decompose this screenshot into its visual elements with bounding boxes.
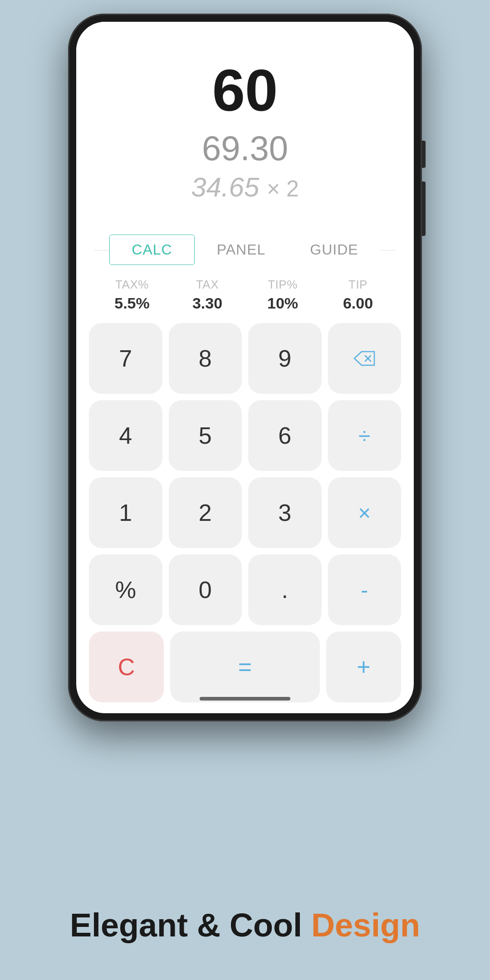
key-9[interactable]: 9 <box>248 323 322 394</box>
tagline: Elegant & Cool Design <box>70 906 420 944</box>
tip-label: TIP <box>348 278 368 292</box>
tax-value: 3.30 <box>192 294 222 312</box>
key-row-5: C = + <box>89 632 401 702</box>
tax-percent-item: TAX% 5.5% <box>98 278 166 312</box>
key-plus[interactable]: + <box>326 632 401 702</box>
key-row-2: 4 5 6 ÷ <box>89 400 401 471</box>
power-button <box>422 181 426 236</box>
tab-guide[interactable]: GUIDE <box>288 235 380 265</box>
key-0[interactable]: 0 <box>169 554 242 625</box>
key-row-1: 7 8 9 <box>89 323 401 394</box>
key-backspace[interactable] <box>328 323 402 394</box>
home-indicator <box>200 697 290 701</box>
key-3[interactable]: 3 <box>248 477 322 548</box>
phone-wrapper: 60 69.30 34.65 × 2 CALC PANEL GUIDE TAX%… <box>68 14 422 721</box>
key-2[interactable]: 2 <box>169 477 242 548</box>
volume-up-button <box>422 141 426 168</box>
tip-value: 6.00 <box>343 294 373 312</box>
key-6[interactable]: 6 <box>248 400 322 471</box>
key-multiply[interactable]: × <box>328 477 402 548</box>
split-value: 34.65 × 2 <box>191 172 299 203</box>
tax-label: TAX <box>196 278 219 292</box>
display-area: 60 69.30 34.65 × 2 <box>76 22 414 221</box>
tab-panel[interactable]: PANEL <box>195 235 288 265</box>
key-row-4: % 0 . - <box>89 554 401 625</box>
main-value: 60 <box>212 58 278 123</box>
tip-percent-value: 10% <box>267 294 298 312</box>
secondary-value: 69.30 <box>202 128 288 168</box>
key-equals[interactable]: = <box>170 632 320 702</box>
backspace-icon <box>353 350 376 367</box>
tagline-highlight: Design <box>311 907 420 943</box>
key-dot[interactable]: . <box>248 554 322 625</box>
tax-item: TAX 3.30 <box>173 278 241 312</box>
keypad: 7 8 9 4 5 6 ÷ <box>76 316 414 713</box>
tip-percent-label: TIP% <box>268 278 298 292</box>
key-divide[interactable]: ÷ <box>328 400 402 471</box>
tip-percent-item: TIP% 10% <box>249 278 317 312</box>
tip-item: TIP 6.00 <box>324 278 392 312</box>
split-multiply: × 2 <box>267 176 299 201</box>
bottom-section: Elegant & Cool Design <box>70 721 420 980</box>
info-row: TAX% 5.5% TAX 3.30 TIP% 10% TIP 6.00 <box>76 265 414 316</box>
tab-bar: CALC PANEL GUIDE <box>94 235 396 265</box>
key-8[interactable]: 8 <box>169 323 242 394</box>
tax-percent-value: 5.5% <box>114 294 150 312</box>
key-7[interactable]: 7 <box>89 323 162 394</box>
split-base: 34.65 <box>191 172 259 202</box>
key-4[interactable]: 4 <box>89 400 162 471</box>
key-percent[interactable]: % <box>89 554 162 625</box>
phone-screen: 60 69.30 34.65 × 2 CALC PANEL GUIDE TAX%… <box>76 22 414 713</box>
key-clear[interactable]: C <box>89 632 164 702</box>
tax-percent-label: TAX% <box>115 278 149 292</box>
tabs: CALC PANEL GUIDE <box>109 235 380 265</box>
key-minus[interactable]: - <box>328 554 402 625</box>
key-5[interactable]: 5 <box>169 400 242 471</box>
tagline-normal: Elegant & Cool <box>70 907 302 943</box>
key-1[interactable]: 1 <box>89 477 162 548</box>
key-row-3: 1 2 3 × <box>89 477 401 548</box>
tab-calc[interactable]: CALC <box>109 235 194 265</box>
